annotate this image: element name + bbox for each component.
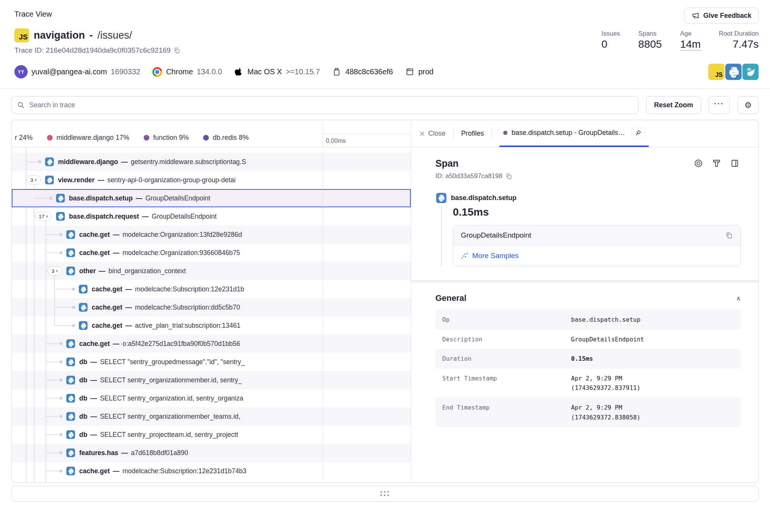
connector-dot	[59, 342, 63, 345]
copy-icon[interactable]	[725, 232, 733, 239]
waterfall-cell[interactable]	[322, 335, 411, 353]
focus-span-button[interactable]	[692, 157, 704, 169]
legend-item[interactable]: function 9%	[144, 134, 189, 142]
connector-dot	[72, 324, 75, 327]
python-icon	[79, 303, 88, 312]
trace-span-row[interactable]: cache.get—active_plan_trial:subscription…	[12, 316, 411, 335]
collapse-children-chip[interactable]: 3∧	[48, 266, 62, 275]
waterfall-cell[interactable]	[322, 225, 411, 244]
user-id: 1690332	[111, 67, 140, 76]
trace-span-row[interactable]: cache.get—modelcache:Organization:936608…	[12, 244, 411, 262]
general-heading: General	[435, 293, 466, 303]
waterfall-cell[interactable]	[322, 389, 411, 407]
trace-span-row[interactable]: db—SELECT sentry_projectteam.id, sentry_…	[12, 426, 411, 444]
waterfall-cell[interactable]	[322, 262, 411, 280]
trace-path: /issues/	[97, 30, 132, 41]
close-panel-button[interactable]: × Close	[419, 129, 446, 138]
minimap-strip[interactable]	[323, 120, 411, 134]
trace-span-row[interactable]: base.dispatch.setup—GroupDetailsEndpoint	[12, 189, 411, 207]
split-panel-icon	[730, 158, 740, 168]
copy-icon[interactable]	[506, 173, 512, 180]
trace-span-row[interactable]: 17∧base.dispatch.request—GroupDetailsEnd…	[12, 207, 411, 225]
trace-span-row[interactable]: 3∧other—bind_organization_context	[12, 262, 411, 280]
trace-id: Trace ID: 216e04d28d1940da9c0f0357c6c921…	[14, 46, 180, 55]
general-row-label: Duration	[442, 354, 571, 364]
waterfall-cell[interactable]	[322, 207, 411, 225]
trace-span-row[interactable]: db—SELECT sentry_organizationmember_team…	[12, 407, 411, 426]
collapse-children-chip[interactable]: 3∧	[27, 175, 41, 185]
settings-button[interactable]: ⚙	[737, 96, 759, 114]
connector-dot	[72, 288, 75, 291]
waterfall-cell[interactable]	[322, 444, 411, 462]
give-feedback-button[interactable]: Give Feedback	[684, 8, 759, 24]
python-icon	[66, 449, 75, 457]
span-row-label: cache.get—modelcache:Subscription:12e231…	[92, 285, 244, 293]
general-row-value: Apr 2, 9:29 PM(1743629372.837911)	[571, 374, 734, 393]
connector-dot	[59, 415, 63, 418]
trace-span-row[interactable]: cache.get—modelcache:Organization:13fd28…	[12, 225, 411, 244]
waterfall-cell[interactable]	[322, 353, 411, 371]
pin-tab-button[interactable]	[631, 127, 645, 139]
user-meta[interactable]: YY yuval@pangea-ai.com 1690332	[14, 65, 140, 78]
more-samples-link[interactable]: More Samples	[461, 252, 733, 260]
waterfall-cell[interactable]	[322, 462, 411, 480]
python-icon	[79, 321, 88, 330]
waterfall-cell[interactable]	[322, 153, 411, 171]
legend-item[interactable]: middleware.django 17%	[47, 134, 129, 142]
search-input[interactable]	[11, 96, 639, 114]
waterfall-cell[interactable]	[322, 407, 411, 426]
span-duration: 0.15ms	[453, 206, 741, 218]
tab-profiles[interactable]: Profiles	[461, 130, 484, 138]
trace-span-row[interactable]: cache.get—modelcache:Subscription:dd5c5b…	[12, 298, 411, 316]
legend-item[interactable]: db.redis 8%	[203, 134, 249, 142]
reset-zoom-button[interactable]: Reset Zoom	[646, 96, 701, 114]
samples-scatter-icon	[461, 252, 468, 260]
trace-span-row[interactable]: db—SELECT sentry_organizationmember.id, …	[12, 371, 411, 389]
collapse-children-chip[interactable]: 17∧	[35, 212, 52, 221]
trace-span-row[interactable]: db—SELECT "sentry_groupedmessage"."id", …	[12, 353, 411, 371]
general-row-value: Apr 2, 9:29 PM(1743629372.838058)	[571, 403, 734, 422]
trace-stats: Issues 0 Spans 8805 Age 14m Root Duratio…	[601, 30, 759, 55]
span-op-name: base.dispatch.setup	[451, 194, 516, 202]
connector-dot	[38, 160, 41, 163]
device-meta: 488c8c636ef6	[332, 67, 393, 77]
resize-handle-bar[interactable]	[11, 486, 759, 502]
waterfall-cell[interactable]	[322, 171, 411, 189]
collapse-section-button[interactable]: ∧	[736, 294, 741, 302]
waterfall-cell[interactable]	[322, 244, 411, 262]
trace-span-row[interactable]: cache.get—o:a5f42e275d1ac91fba90f0b570d1…	[12, 335, 411, 353]
connector-dot	[59, 360, 63, 363]
connector-dot	[72, 306, 75, 309]
waterfall-cell[interactable]	[322, 298, 411, 316]
funnel-button[interactable]	[711, 157, 723, 169]
span-row-label: db—SELECT sentry_organizationmember.id, …	[79, 376, 242, 384]
tab-span-details[interactable]: base.dispatch.setup - GroupDetails…	[499, 120, 649, 147]
trace-span-row[interactable]: 3∧view.render—sentry-api-0-organization-…	[12, 171, 411, 189]
waterfall-cell[interactable]	[322, 316, 411, 335]
javascript-platform-icon: JS	[708, 64, 725, 80]
split-panel-button[interactable]	[729, 157, 741, 169]
trace-span-row[interactable]: cache.get—modelcache:Subscription:12e231…	[12, 280, 411, 298]
ruler-time-label: 0.00ms	[326, 138, 346, 144]
trace-span-row[interactable]: features.has—a7d618b8df01a890	[12, 444, 411, 462]
copy-icon[interactable]	[174, 47, 180, 54]
window-icon	[405, 67, 415, 77]
legend-item[interactable]: r 24%	[15, 134, 33, 142]
general-row-value: base.dispatch.setup	[571, 315, 734, 325]
waterfall-cell[interactable]	[322, 426, 411, 444]
connector-dot	[59, 379, 63, 382]
trace-span-row[interactable]: db—SELECT sentry_organization.id, sentry…	[12, 389, 411, 407]
waterfall-cell[interactable]	[322, 280, 411, 298]
waterfall-cell[interactable]	[322, 189, 411, 207]
general-row-value: 0.15ms	[571, 354, 734, 364]
waterfall-cell[interactable]	[322, 371, 411, 389]
tree-guide-line	[54, 275, 55, 325]
trace-span-row[interactable]: cache.get—modelcache:Subscription:12e231…	[12, 462, 411, 480]
more-options-button[interactable]: ···	[709, 96, 730, 114]
general-row-value: GroupDetailsEndpoint	[571, 335, 734, 344]
span-op-dot	[503, 131, 507, 135]
platform-icons: JS	[708, 64, 759, 80]
general-row-label: Start Timestamp	[442, 374, 571, 393]
stat-issues: Issues 0	[601, 30, 620, 55]
trace-span-row[interactable]: middleware.django—getsentry.middleware.s…	[12, 153, 411, 171]
